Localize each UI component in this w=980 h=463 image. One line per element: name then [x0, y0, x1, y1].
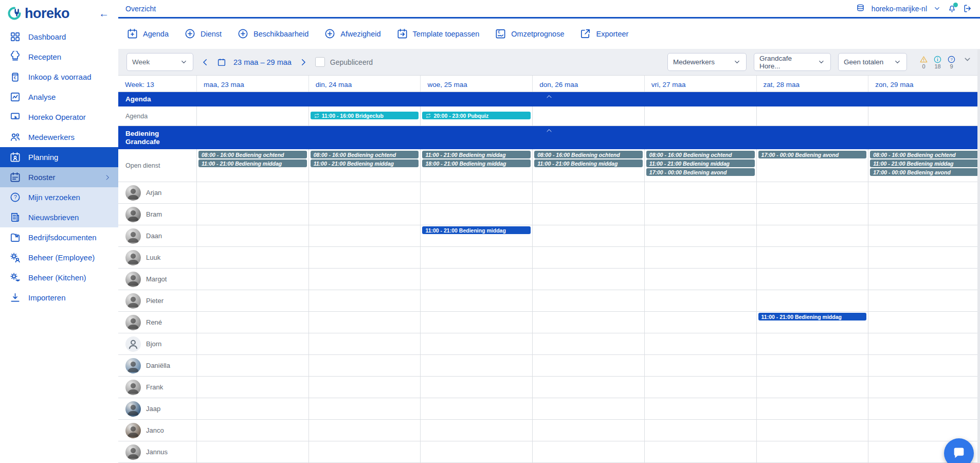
open-shift-chip[interactable]: 08:00 - 16:00 Bediening ochtend [198, 151, 307, 158]
cell-emp-daan-day1[interactable] [308, 225, 421, 246]
sidebar-item-analyse[interactable]: Analyse [0, 87, 118, 107]
cell-emp-janco-day1[interactable] [308, 420, 421, 441]
cell-agenda-day4[interactable] [644, 106, 756, 126]
cell-emp-jannus-day3[interactable] [532, 441, 644, 462]
cell-emp-frank-day1[interactable] [308, 377, 421, 398]
cell-emp-bram-day3[interactable] [532, 204, 644, 225]
cell-emp-jannus-day5[interactable] [756, 441, 868, 462]
sidebar-item-planning[interactable]: Planning [0, 147, 118, 167]
cell-agenda-day0[interactable] [196, 106, 308, 126]
cell-emp-jaap-day3[interactable] [532, 398, 644, 419]
cell-open-dienst-day3[interactable]: 08:00 - 16:00 Bediening ochtend11:00 - 2… [532, 149, 644, 182]
cell-emp-frank-day0[interactable] [196, 377, 308, 398]
cell-emp-arjan-day5[interactable] [756, 182, 868, 203]
cell-emp-jaap-day6[interactable] [868, 398, 980, 419]
assigned-shift-chip[interactable]: 11:00 - 21:00 Bediening middag [422, 226, 531, 234]
cell-emp-luuk-day0[interactable] [196, 247, 308, 268]
cell-emp-daan-day5[interactable] [756, 225, 868, 246]
cell-emp-jannus-day1[interactable] [308, 441, 421, 462]
sidebar-item-rooster[interactable]: Rooster [0, 167, 118, 187]
cell-emp-bram-day0[interactable] [196, 204, 308, 225]
open-shift-chip[interactable]: 17:00 - 00:00 Bediening avond [870, 168, 978, 176]
cell-emp-bram-day1[interactable] [308, 204, 421, 225]
open-shift-chip[interactable]: 11:00 - 21:00 Bediening middag [646, 159, 755, 167]
open-shift-chip[interactable]: 08:00 - 16:00 Bediening ochtend [534, 151, 643, 158]
date-range[interactable]: 23 maa – 29 maa [233, 58, 292, 66]
cell-emp-margot-day4[interactable] [644, 269, 756, 290]
cell-emp-arjan-day3[interactable] [532, 182, 644, 203]
cell-emp-janco-day6[interactable] [868, 420, 980, 441]
cell-emp-daan-day0[interactable] [196, 225, 308, 246]
cell-emp-bjorn-day1[interactable] [308, 333, 421, 354]
open-shift-chip[interactable]: 08:00 - 16:00 Bediening ochtend [870, 151, 978, 158]
open-shift-chip[interactable]: 08:00 - 16:00 Bediening ochtend [311, 151, 419, 158]
cell-open-dienst-day4[interactable]: 08:00 - 16:00 Bediening ochtend11:00 - 2… [644, 149, 756, 182]
toolbar-dienst-button[interactable]: Dienst [184, 28, 222, 40]
cell-open-dienst-day1[interactable]: 08:00 - 16:00 Bediening ochtend11:00 - 2… [308, 149, 421, 182]
vertical-scrollbar[interactable] [977, 49, 980, 463]
cell-emp-jaap-day0[interactable] [196, 398, 308, 419]
cell-emp-jannus-day4[interactable] [644, 441, 756, 462]
cell-emp-luuk-day3[interactable] [532, 247, 644, 268]
cell-emp-bram-day2[interactable] [420, 204, 532, 225]
cell-emp-janco-day0[interactable] [196, 420, 308, 441]
cell-emp-margot-day3[interactable] [532, 269, 644, 290]
cell-emp-dani-lla-day2[interactable] [420, 355, 532, 376]
cell-emp-ren-day6[interactable] [868, 312, 980, 333]
collapse-section-button[interactable] [545, 93, 554, 100]
cell-emp-luuk-day4[interactable] [644, 247, 756, 268]
tab-overzicht[interactable]: Overzicht [125, 5, 156, 13]
open-shift-chip[interactable]: 11:00 - 21:00 Bediening middag [870, 159, 978, 167]
open-shift-chip[interactable]: 11:00 - 21:00 Bediening middag [198, 159, 307, 167]
cell-emp-dani-lla-day4[interactable] [644, 355, 756, 376]
cell-emp-luuk-day6[interactable] [868, 247, 980, 268]
cell-emp-bram-day4[interactable] [644, 204, 756, 225]
cell-emp-pieter-day5[interactable] [756, 290, 868, 311]
cell-emp-ren-day0[interactable] [196, 312, 308, 333]
cell-emp-pieter-day0[interactable] [196, 290, 308, 311]
cell-emp-frank-day2[interactable] [420, 377, 532, 398]
cell-emp-frank-day6[interactable] [868, 377, 980, 398]
cell-emp-dani-lla-day5[interactable] [756, 355, 868, 376]
open-shift-chip[interactable]: 11:00 - 21:00 Bediening middag [311, 159, 419, 167]
next-week-button[interactable] [299, 58, 308, 67]
agenda-shift-chip[interactable]: 11:00 - 16:00 Bridgeclub [311, 112, 419, 119]
sidebar-item-bedrijfsdocumenten[interactable]: Bedrijfsdocumenten [0, 227, 118, 247]
cell-agenda-day3[interactable] [532, 106, 644, 126]
sidebar-item-dashboard[interactable]: Dashboard [0, 27, 118, 47]
open-shift-chip[interactable]: 11:00 - 21:00 Bediening middag [534, 159, 643, 167]
info-badge[interactable]: 18 [933, 55, 942, 69]
cell-emp-pieter-day1[interactable] [308, 290, 421, 311]
cell-open-dienst-day2[interactable]: 11:00 - 21:00 Bediening middag18:00 - 21… [420, 149, 532, 182]
open-shift-chip[interactable]: 17:00 - 00:00 Bediening avond [758, 151, 867, 158]
account-name[interactable]: horeko-marijke-nl [872, 5, 927, 13]
previous-week-button[interactable] [201, 58, 210, 67]
cell-emp-pieter-day2[interactable] [420, 290, 532, 311]
sidebar-collapse-button[interactable]: ← [99, 8, 109, 19]
cell-emp-ren-day4[interactable] [644, 312, 756, 333]
toolbar-afwezigheid-button[interactable]: Afwezigheid [324, 28, 380, 40]
toolbar-omzetprognose-button[interactable]: €Omzetprognose [495, 28, 564, 40]
cell-emp-bram-day6[interactable] [868, 204, 980, 225]
cell-emp-margot-day1[interactable] [308, 269, 421, 290]
cell-emp-luuk-day5[interactable] [756, 247, 868, 268]
sidebar-item-horeko-operator[interactable]: Horeko Operator [0, 107, 118, 127]
cell-emp-pieter-day4[interactable] [644, 290, 756, 311]
cell-emp-janco-day5[interactable] [756, 420, 868, 441]
cell-emp-arjan-day1[interactable] [308, 182, 421, 203]
cell-emp-jaap-day4[interactable] [644, 398, 756, 419]
sidebar-item-beheer-employee[interactable]: Beheer (Employee) [0, 247, 118, 268]
cell-emp-margot-day5[interactable] [756, 269, 868, 290]
cell-emp-daan-day6[interactable] [868, 225, 980, 246]
employees-filter-select[interactable]: Medewerkers [667, 53, 747, 71]
cell-emp-dani-lla-day0[interactable] [196, 355, 308, 376]
cell-emp-ren-day5[interactable]: 11:00 - 21:00 Bediening middag [756, 312, 868, 333]
cell-emp-frank-day3[interactable] [532, 377, 644, 398]
cell-emp-dani-lla-day3[interactable] [532, 355, 644, 376]
cell-emp-jannus-day0[interactable] [196, 441, 308, 462]
cell-emp-bram-day5[interactable] [756, 204, 868, 225]
cell-emp-daan-day4[interactable] [644, 225, 756, 246]
cell-emp-margot-day6[interactable] [868, 269, 980, 290]
cell-emp-janco-day4[interactable] [644, 420, 756, 441]
cell-agenda-day1[interactable]: 11:00 - 16:00 Bridgeclub [308, 106, 421, 126]
